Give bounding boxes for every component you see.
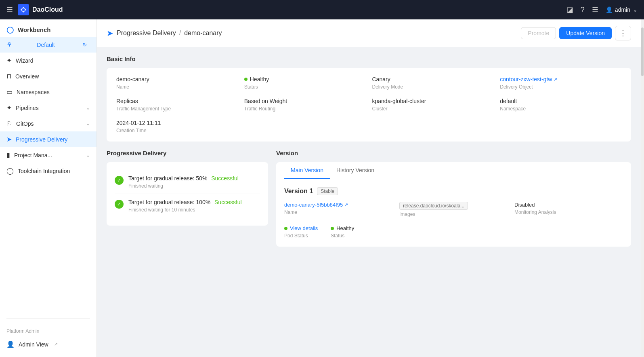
info-traffic-routing: Based on Weight Traffic Routing bbox=[244, 98, 366, 112]
user-menu[interactable]: 👤 admin ⌄ bbox=[606, 6, 638, 13]
version-pod-status-value: View details bbox=[284, 225, 318, 231]
info-namespace: default Namespace bbox=[500, 98, 621, 112]
breadcrumb: ➤ Progressive Delivery / demo-canary bbox=[107, 28, 521, 38]
version-section-title: Version bbox=[276, 150, 631, 156]
info-name: demo-canary Name bbox=[116, 76, 238, 90]
sidebar-item-progressive-delivery[interactable]: ➤ Progressive Delivery bbox=[0, 131, 96, 147]
admin-view-label: Admin View bbox=[19, 341, 48, 348]
topbar-icons: ◪ ? ☰ 👤 admin ⌄ bbox=[566, 6, 638, 13]
sidebar-item-label-overview: Overview bbox=[15, 73, 39, 80]
user-avatar-icon: 👤 bbox=[606, 6, 613, 13]
basic-info-card: demo-canary Name Healthy Status Canary D… bbox=[107, 68, 631, 142]
info-cluster-label: Cluster bbox=[372, 106, 494, 112]
info-status: Healthy Status bbox=[244, 76, 366, 90]
chevron-project-icon: ⌄ bbox=[86, 152, 90, 158]
version-col: Version Main Version History Version Ver… bbox=[276, 150, 631, 247]
workbench-label: Workbench bbox=[18, 26, 50, 33]
sidebar-item-overview[interactable]: ⊓ Overview bbox=[0, 68, 96, 84]
delivery-text-0: Target for gradual release: 50% Successf… bbox=[128, 175, 239, 189]
svg-point-1 bbox=[22, 8, 25, 11]
breadcrumb-current: demo-canary bbox=[184, 30, 222, 37]
admin-view-icon: 👤 bbox=[6, 340, 15, 348]
breadcrumb-parent[interactable]: Progressive Delivery bbox=[117, 30, 176, 37]
page-scrollbar[interactable] bbox=[641, 19, 644, 357]
version-body: Version 1 Stable demo-canary-5f5bb84f95 … bbox=[276, 179, 631, 247]
sidebar-item-label-gitops: GitOps bbox=[16, 120, 34, 127]
info-delivery-mode-label: Delivery Mode bbox=[372, 84, 494, 90]
info-replicas-value: Replicas bbox=[116, 98, 238, 104]
sidebar-item-wizard[interactable]: ✦ Wizard bbox=[0, 53, 96, 68]
sidebar-item-label-namespaces: Namespaces bbox=[17, 89, 50, 95]
namespaces-icon: ▭ bbox=[6, 88, 13, 96]
chat-icon[interactable]: ◪ bbox=[566, 6, 573, 13]
user-name: admin bbox=[615, 6, 630, 13]
version-images-label: Images bbox=[399, 211, 508, 217]
info-name-label: Name bbox=[116, 84, 238, 90]
info-status-value: Healthy bbox=[244, 76, 366, 82]
version-status-row: View details Pod Status Healthy bbox=[284, 225, 623, 239]
version-name-value[interactable]: demo-canary-5f5bb84f95 ↗ bbox=[284, 202, 393, 208]
breadcrumb-separator: / bbox=[179, 30, 181, 37]
promote-button[interactable]: Promote bbox=[521, 27, 556, 39]
info-namespace-value: default bbox=[500, 98, 621, 104]
version-images-value: release.daocloud.io/skoala... bbox=[399, 202, 508, 210]
pipelines-icon: ✦ bbox=[6, 104, 12, 112]
version-card: Main Version History Version Version 1 S… bbox=[276, 162, 631, 247]
external-link-icon: ↗ bbox=[554, 77, 557, 82]
version-pod-status-item: View details Pod Status bbox=[284, 225, 318, 239]
default-badge: ↻ bbox=[80, 41, 90, 49]
default-icon: ⚘ bbox=[6, 41, 12, 49]
hamburger-icon[interactable]: ☰ bbox=[6, 5, 13, 14]
update-version-button[interactable]: Update Version bbox=[559, 27, 612, 39]
external-link-icon: ↗ bbox=[344, 202, 348, 207]
topbar: ☰ DaoCloud ◪ ? ☰ 👤 admin ⌄ bbox=[0, 0, 644, 19]
info-cluster-value: kpanda-global-cluster bbox=[372, 98, 494, 104]
version-pod-status-label: Pod Status bbox=[284, 233, 318, 239]
info-creation-time-value: 2024-01-12 11:11 bbox=[116, 120, 238, 126]
version-header: Version 1 Stable bbox=[284, 187, 623, 195]
sidebar-item-toolchain[interactable]: ◯ Toolchain Integration bbox=[0, 163, 96, 179]
tab-main-version[interactable]: Main Version bbox=[284, 162, 330, 179]
sidebar-item-pipelines[interactable]: ✦ Pipelines ⌄ bbox=[0, 100, 96, 116]
delivery-item-1: ✓ Target for gradual release: 100% Succe… bbox=[115, 194, 260, 218]
sidebar-item-namespaces[interactable]: ▭ Namespaces bbox=[0, 84, 96, 100]
info-delivery-object-value[interactable]: contour-zxw-test-gtw ↗ bbox=[500, 76, 621, 82]
sidebar-item-project-mana[interactable]: ▮ Project Mana... ⌄ bbox=[0, 147, 96, 163]
version-monitoring-label: Monitoring Analysis bbox=[514, 209, 623, 215]
status-dot bbox=[244, 78, 248, 81]
chevron-gitops-icon: ⌄ bbox=[86, 121, 90, 127]
tab-history-version[interactable]: History Version bbox=[330, 162, 381, 179]
sidebar-item-gitops[interactable]: ⚐ GitOps ⌄ bbox=[0, 116, 96, 131]
pod-status-dot bbox=[284, 227, 287, 230]
help-icon[interactable]: ? bbox=[581, 6, 585, 13]
two-col-layout: Progressive Delivery ✓ Target for gradua… bbox=[107, 150, 631, 247]
info-delivery-object: contour-zxw-test-gtw ↗ Delivery Object bbox=[500, 76, 621, 90]
external-link-icon: ↗ bbox=[54, 342, 58, 347]
info-delivery-mode-value: Canary bbox=[372, 76, 494, 82]
sidebar-item-label-wizard: Wizard bbox=[16, 57, 34, 64]
version-title: Version 1 bbox=[284, 188, 313, 195]
info-replicas: Replicas Traffic Management Type bbox=[116, 98, 238, 112]
delivery-item-0: ✓ Target for gradual release: 50% Succes… bbox=[115, 170, 260, 194]
logo-text: DaoCloud bbox=[32, 6, 63, 13]
sidebar-item-label-toolchain: Toolchain Integration bbox=[18, 168, 70, 174]
sidebar-item-admin-view[interactable]: 👤 Admin View ↗ bbox=[6, 338, 90, 351]
pd-section-title: Progressive Delivery bbox=[107, 150, 268, 156]
overview-icon: ⊓ bbox=[6, 72, 11, 80]
more-actions-button[interactable]: ⋮ bbox=[615, 26, 631, 40]
scrollbar-thumb bbox=[641, 27, 644, 76]
info-delivery-object-label: Delivery Object bbox=[500, 84, 621, 90]
version-status-item: Healthy Status bbox=[331, 225, 354, 239]
pod-status-link[interactable]: View details bbox=[290, 225, 318, 231]
info-creation-time: 2024-01-12 11:11 Creation Time bbox=[116, 120, 238, 133]
sidebar-item-workbench: ◯ Workbench bbox=[0, 19, 96, 37]
info-status-label: Status bbox=[244, 84, 366, 90]
bell-icon[interactable]: ☰ bbox=[592, 6, 598, 13]
platform-admin-label: Platform Admin bbox=[6, 328, 90, 334]
progressive-delivery-icon: ➤ bbox=[6, 135, 12, 143]
delivery-check-1: ✓ bbox=[115, 200, 124, 209]
status-dot-2 bbox=[331, 227, 334, 230]
sidebar-item-default[interactable]: ⚘ Default ↻ bbox=[0, 37, 96, 53]
delivery-card: ✓ Target for gradual release: 50% Succes… bbox=[107, 162, 268, 226]
sidebar-item-label-project: Project Mana... bbox=[14, 152, 52, 158]
